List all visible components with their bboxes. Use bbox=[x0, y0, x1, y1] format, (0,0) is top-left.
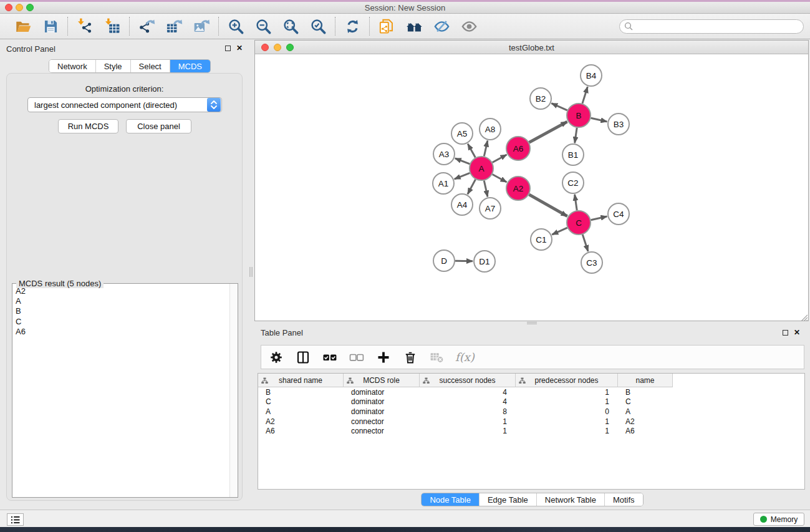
graph-node-C[interactable]: C bbox=[567, 211, 591, 235]
show-panel-icon[interactable] bbox=[460, 17, 478, 36]
zoom-in-icon[interactable] bbox=[226, 17, 245, 36]
close-panel-button[interactable]: Close panel bbox=[126, 119, 191, 133]
table-close-panel-icon[interactable]: ✕ bbox=[794, 329, 800, 336]
graph-node-C4[interactable]: C4 bbox=[608, 203, 629, 225]
table-row[interactable]: A6connector11A6 bbox=[258, 426, 804, 436]
graph-node-A8[interactable]: A8 bbox=[480, 118, 501, 140]
graph-edge-A2-C[interactable] bbox=[529, 195, 567, 216]
memory-button[interactable]: Memory bbox=[753, 513, 804, 526]
task-history-button[interactable] bbox=[7, 513, 24, 526]
graph-node-A3[interactable]: A3 bbox=[433, 143, 455, 165]
session-files-icon[interactable] bbox=[377, 17, 396, 36]
refresh-icon[interactable] bbox=[343, 17, 362, 36]
result-node-item[interactable]: B bbox=[12, 306, 229, 316]
delete-column-icon[interactable] bbox=[402, 349, 419, 366]
save-session-icon[interactable] bbox=[41, 17, 60, 36]
search-input[interactable] bbox=[619, 19, 804, 34]
column-header-MCDS-role[interactable]: MCDS role bbox=[344, 374, 420, 387]
graph-edge-A-A1[interactable] bbox=[455, 173, 470, 179]
zoom-selected-icon[interactable] bbox=[309, 17, 327, 36]
graph-node-B2[interactable]: B2 bbox=[530, 88, 551, 109]
column-header-name[interactable]: name bbox=[618, 374, 673, 387]
zoom-fit-icon[interactable] bbox=[281, 17, 300, 36]
delete-table-icon[interactable] bbox=[428, 349, 446, 366]
tab-network[interactable]: Network bbox=[49, 60, 95, 72]
window-resize-grip[interactable] bbox=[800, 312, 808, 320]
tab-edge-table[interactable]: Edge Table bbox=[479, 493, 536, 506]
network-window-titlebar[interactable]: testGlobe.txt bbox=[255, 41, 808, 54]
graph-edge-B-B4[interactable] bbox=[582, 87, 587, 104]
vertical-splitter-grip[interactable] bbox=[249, 267, 253, 277]
column-header-predecessor-nodes[interactable]: predecessor nodes bbox=[516, 374, 618, 387]
graph-node-A5[interactable]: A5 bbox=[451, 123, 473, 144]
graph-node-B3[interactable]: B3 bbox=[608, 114, 629, 135]
graph-node-C2[interactable]: C2 bbox=[562, 172, 584, 193]
graph-edge-A-A2[interactable] bbox=[493, 175, 507, 182]
horizontal-splitter-grip[interactable] bbox=[527, 322, 537, 324]
export-table-icon[interactable] bbox=[165, 17, 183, 36]
import-table-icon[interactable] bbox=[103, 17, 122, 36]
graph-node-B1[interactable]: B1 bbox=[562, 144, 584, 165]
graph-node-A7[interactable]: A7 bbox=[480, 198, 501, 219]
settings-icon[interactable] bbox=[268, 349, 285, 366]
graph-node-A1[interactable]: A1 bbox=[433, 173, 454, 194]
export-network-icon[interactable] bbox=[137, 17, 156, 36]
graph-edge-C-C1[interactable] bbox=[552, 228, 567, 235]
hide-panel-icon[interactable] bbox=[432, 17, 451, 36]
add-column-icon[interactable] bbox=[375, 349, 392, 366]
result-node-item[interactable]: A bbox=[12, 296, 229, 306]
mcds-result-list[interactable]: A2ABCA6 bbox=[12, 286, 229, 497]
graph-edge-C-C4[interactable] bbox=[591, 216, 607, 220]
tab-node-table[interactable]: Node Table bbox=[422, 493, 479, 506]
float-panel-icon[interactable] bbox=[225, 46, 231, 51]
column-selector-icon[interactable] bbox=[294, 349, 312, 366]
deselect-all-checkboxes-icon[interactable] bbox=[348, 349, 365, 366]
graph-edge-B-B2[interactable] bbox=[551, 104, 567, 110]
graph-node-A2[interactable]: A2 bbox=[506, 177, 530, 200]
graph-node-D1[interactable]: D1 bbox=[474, 251, 495, 272]
zoom-out-icon[interactable] bbox=[254, 17, 272, 36]
graph-edge-A-A8[interactable] bbox=[484, 141, 488, 157]
graph-edge-A-A5[interactable] bbox=[468, 144, 475, 158]
tab-mcds[interactable]: MCDS bbox=[170, 60, 210, 72]
result-scrollbar[interactable] bbox=[229, 284, 238, 497]
graph-edge-A-A7[interactable] bbox=[484, 181, 488, 197]
graph-edge-C-C2[interactable] bbox=[575, 195, 577, 210]
column-header-shared-name[interactable]: shared name bbox=[258, 374, 344, 387]
graph-edge-A-A4[interactable] bbox=[468, 180, 476, 195]
close-panel-icon[interactable]: ✕ bbox=[236, 45, 243, 51]
column-header-successor-nodes[interactable]: successor nodes bbox=[420, 374, 516, 387]
select-all-checkboxes-icon[interactable] bbox=[321, 349, 339, 366]
home-icon[interactable] bbox=[405, 17, 423, 36]
network-canvas[interactable]: B4B2BB3A8A5A6A3B1AC2A1A2A4A7C4CC1DD1C3 bbox=[255, 54, 808, 321]
graph-edge-A-A3[interactable] bbox=[455, 158, 470, 164]
result-node-item[interactable]: C bbox=[12, 317, 229, 327]
export-image-icon[interactable] bbox=[192, 17, 211, 36]
table-row[interactable]: Adominator80A bbox=[258, 407, 804, 417]
graph-node-D[interactable]: D bbox=[433, 250, 455, 271]
table-row[interactable]: Cdominator41C bbox=[258, 397, 804, 407]
graph-edge-B-B3[interactable] bbox=[591, 118, 607, 122]
graph-node-C1[interactable]: C1 bbox=[531, 229, 552, 250]
tab-network-table[interactable]: Network Table bbox=[536, 493, 604, 506]
graph-edge-B-B1[interactable] bbox=[575, 128, 577, 143]
graph-edge-A-A6[interactable] bbox=[493, 155, 507, 162]
tab-style[interactable]: Style bbox=[95, 60, 130, 72]
table-row[interactable]: Bdominator41B bbox=[258, 387, 804, 397]
tab-select[interactable]: Select bbox=[130, 60, 170, 72]
graph-node-B[interactable]: B bbox=[567, 104, 591, 127]
graph-node-B4[interactable]: B4 bbox=[581, 65, 602, 86]
result-node-item[interactable]: A6 bbox=[12, 327, 229, 337]
run-mcds-button[interactable]: Run MCDS bbox=[58, 119, 118, 133]
function-builder-icon[interactable]: f(x) bbox=[455, 351, 475, 364]
tab-motifs[interactable]: Motifs bbox=[604, 493, 643, 506]
graph-node-A4[interactable]: A4 bbox=[451, 194, 473, 215]
open-session-icon[interactable] bbox=[14, 17, 32, 36]
graph-node-C3[interactable]: C3 bbox=[581, 252, 602, 273]
table-float-panel-icon[interactable] bbox=[783, 330, 788, 336]
graph-node-A6[interactable]: A6 bbox=[506, 137, 530, 160]
graph-node-A[interactable]: A bbox=[470, 157, 493, 180]
criterion-select[interactable]: largest connected component (directed) bbox=[27, 97, 222, 112]
graph-edge-A6-B[interactable] bbox=[529, 122, 567, 142]
graph-edge-C-C3[interactable] bbox=[582, 235, 588, 251]
